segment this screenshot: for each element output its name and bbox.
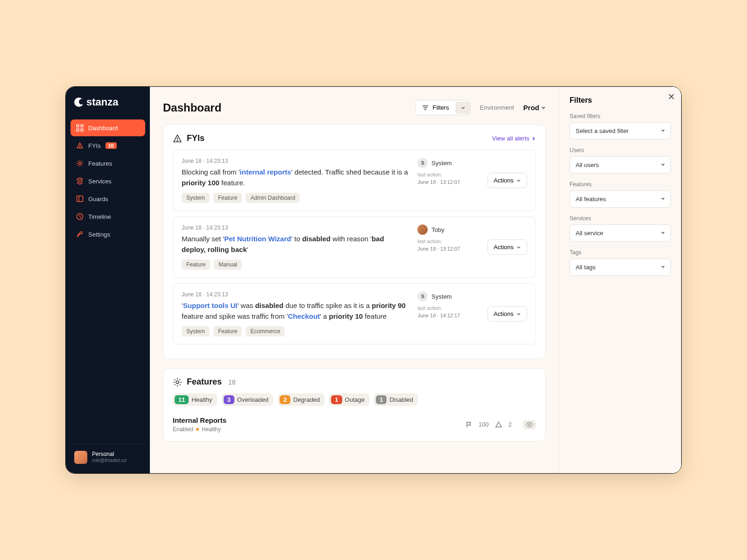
- tag[interactable]: Ecommerce: [246, 326, 285, 336]
- alert-feature-link[interactable]: Checkout: [288, 312, 320, 320]
- alert-meta: Toby last action: June 18 · 13:12:07: [417, 224, 478, 270]
- view-all-alerts-link[interactable]: View all alerts: [492, 135, 536, 142]
- svg-rect-2: [77, 129, 79, 131]
- alert-feature-link[interactable]: internal reports: [240, 168, 291, 176]
- logo: stanza: [70, 96, 145, 119]
- actions-label: Actions: [493, 177, 514, 184]
- filters-button[interactable]: Filters: [416, 100, 455, 115]
- chevron-down-icon: [461, 105, 465, 110]
- sidebar-item-dashboard[interactable]: Dashboard: [70, 119, 145, 136]
- environment-value: Prod: [523, 104, 539, 112]
- nav: Dashboard FYIs 10 Features Services: [70, 119, 145, 444]
- sidebar-item-services[interactable]: Services: [70, 173, 145, 189]
- alert-message: Manually set 'Pet Nutrition Wizard' to d…: [182, 234, 408, 255]
- select-value: Select a saved filter: [576, 127, 628, 134]
- features-title: Features: [187, 377, 222, 387]
- svg-point-14: [177, 140, 177, 140]
- layout-icon: [76, 195, 84, 203]
- alert-feature-link[interactable]: Pet Nutrition Wizard: [224, 235, 291, 243]
- actions-button[interactable]: Actions: [487, 239, 527, 255]
- clock-icon: [76, 213, 84, 220]
- actor-initial: S: [417, 291, 428, 301]
- tag[interactable]: Admin Dashboard: [246, 193, 300, 203]
- alert-feature-link[interactable]: Support tools UI: [183, 301, 238, 309]
- sidebar-item-settings[interactable]: Settings: [70, 226, 145, 243]
- stat-overloaded[interactable]: 3Overloaded: [222, 393, 273, 406]
- users-select[interactable]: All users: [570, 156, 671, 174]
- services-select[interactable]: All service: [570, 224, 671, 242]
- stat-degraded[interactable]: 2Degraded: [278, 393, 324, 406]
- filter-tags: Tags All tags: [570, 249, 671, 276]
- tag[interactable]: System: [182, 193, 210, 203]
- alert-item: June 18 · 14:23:13 'Support tools UI' wa…: [173, 283, 536, 344]
- filters-dropdown-toggle[interactable]: [456, 102, 470, 114]
- chevron-right-icon: [531, 136, 536, 141]
- svg-point-15: [176, 381, 179, 384]
- wrench-icon: [76, 231, 84, 238]
- filters-panel: Filters Saved filters Select a saved fil…: [559, 87, 681, 473]
- tag[interactable]: Feature: [182, 259, 210, 270]
- tag[interactable]: Feature: [213, 326, 242, 336]
- tag[interactable]: Manual: [214, 259, 241, 270]
- feature-status: Enabled Healthy: [173, 426, 458, 433]
- actor-name: Toby: [431, 226, 444, 233]
- actions-button[interactable]: Actions: [487, 173, 527, 188]
- tag[interactable]: Feature: [213, 193, 242, 203]
- environment-selector[interactable]: Prod: [523, 104, 546, 112]
- sidebar-item-features[interactable]: Features: [70, 155, 145, 172]
- stat-healthy[interactable]: 11Healthy: [173, 393, 217, 406]
- fyis-card: FYIs View all alerts June 18 · 14:23:13 …: [163, 125, 546, 359]
- feature-meta: 100 2: [465, 420, 536, 429]
- close-icon[interactable]: [668, 93, 675, 100]
- eye-icon[interactable]: [523, 420, 536, 429]
- main: Dashboard Filters Environment Prod: [150, 87, 681, 473]
- saved-filters-select[interactable]: Select a saved filter: [570, 122, 671, 140]
- sidebar-item-timeline[interactable]: Timeline: [70, 208, 145, 225]
- logo-text: stanza: [86, 96, 118, 108]
- actor-name: System: [431, 160, 451, 167]
- actions-button[interactable]: Actions: [487, 306, 527, 322]
- alert-tags: Feature Manual: [182, 259, 408, 270]
- alert-icon: [76, 142, 84, 149]
- environment-label: Environment: [480, 104, 514, 111]
- last-action-timestamp: June 18 · 14:12:17: [417, 313, 460, 318]
- view-all-label: View all alerts: [492, 135, 529, 142]
- alert-icon: [173, 134, 182, 143]
- stat-disabled[interactable]: 1Disabled: [374, 393, 418, 406]
- filter-icon: [422, 105, 429, 111]
- alert-meta: S System last action: June 18 · 13:12:07: [417, 158, 478, 203]
- svg-point-16: [529, 424, 530, 426]
- filter-features: Features All features: [570, 181, 671, 208]
- gear-icon: [173, 378, 182, 387]
- features-card: Features 18 11Healthy 3Overloaded 2Degra…: [163, 368, 546, 441]
- sidebar-item-guards[interactable]: Guards: [70, 190, 145, 207]
- tags-select[interactable]: All tags: [570, 259, 671, 276]
- alert-item: June 18 · 14:23:13 Blocking call from 'i…: [173, 150, 536, 211]
- sidebar-item-fyis[interactable]: FYIs 10: [70, 137, 145, 154]
- alert-tags: System Feature Ecommerce: [182, 326, 408, 336]
- sidebar-item-label: Features: [88, 160, 112, 167]
- filter-saved-filters: Saved filters Select a saved filter: [570, 113, 671, 140]
- svg-rect-1: [81, 125, 83, 127]
- sidebar: stanza Dashboard FYIs 10 Features: [66, 87, 150, 473]
- feature-row[interactable]: Internal Reports Enabled Healthy 100 2: [173, 413, 536, 433]
- alert-item: June 18 · 14:23:13 Manually set 'Pet Nut…: [173, 217, 536, 278]
- content-area: Dashboard Filters Environment Prod: [150, 87, 559, 473]
- top-bar: Dashboard Filters Environment Prod: [163, 100, 546, 115]
- sidebar-item-label: FYIs: [88, 142, 101, 149]
- sidebar-item-label: Guards: [88, 196, 108, 203]
- chevron-down-icon: [661, 130, 665, 132]
- filter-label: Features: [570, 181, 671, 188]
- features-select[interactable]: All features: [570, 190, 671, 208]
- chevron-down-icon: [541, 105, 546, 110]
- actor-name: System: [431, 293, 451, 300]
- alert-meta: S System last action: June 18 · 14:12:17: [417, 291, 478, 336]
- svg-rect-3: [81, 129, 83, 131]
- status-dot-icon: [196, 428, 199, 431]
- user-profile[interactable]: Personal rob@thisdot.co: [70, 444, 145, 464]
- alert-timestamp: June 18 · 14:23:13: [182, 291, 408, 298]
- actor-initial: S: [417, 158, 428, 168]
- select-value: All tags: [576, 264, 596, 271]
- tag[interactable]: System: [182, 326, 210, 336]
- stat-outage[interactable]: 1Outage: [329, 393, 369, 406]
